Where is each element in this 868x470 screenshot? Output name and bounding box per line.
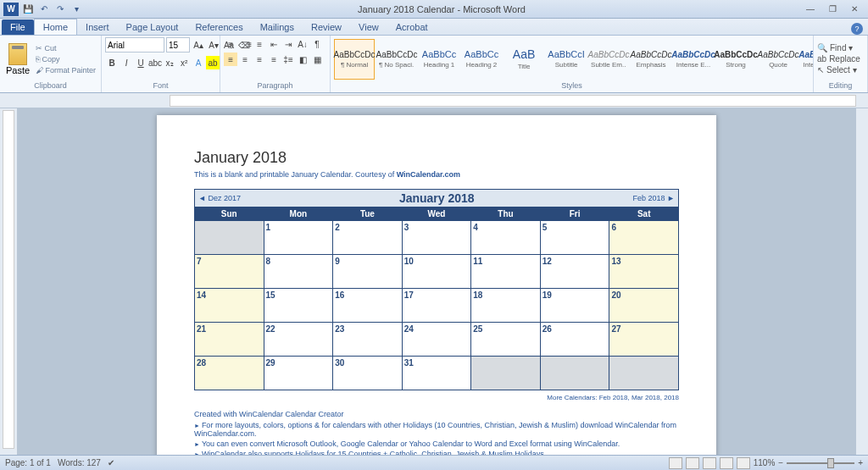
calendar-cell[interactable]: 6 xyxy=(609,221,679,255)
next-month-link[interactable]: Feb 2018 ► xyxy=(633,194,675,202)
tab-mailings[interactable]: Mailings xyxy=(252,19,303,35)
calendar-cell[interactable]: 11 xyxy=(471,255,541,289)
calendar-cell[interactable]: 3 xyxy=(402,221,471,255)
calendar-cell[interactable]: 5 xyxy=(540,221,609,255)
style-item[interactable]: AaBbCcDc¶ No Spaci... xyxy=(376,39,417,80)
qat-more-icon[interactable]: ▾ xyxy=(70,3,83,16)
calendar-cell[interactable]: 4 xyxy=(471,221,541,255)
page-viewport[interactable]: January 2018 This is a blank and printab… xyxy=(17,108,856,455)
calendar-cell[interactable]: 24 xyxy=(402,323,471,357)
calendar-cell[interactable]: 12 xyxy=(540,255,609,289)
zoom-level[interactable]: 110% xyxy=(754,458,776,467)
calendar-cell[interactable]: 27 xyxy=(609,323,679,357)
bold-button[interactable]: B xyxy=(105,56,119,69)
highlight-icon[interactable]: ab xyxy=(206,56,220,69)
more-calendars[interactable]: More Calendars: Feb 2018, Mar 2018, 2018 xyxy=(194,394,679,401)
shading-icon[interactable]: ◧ xyxy=(296,53,309,66)
tab-review[interactable]: Review xyxy=(303,19,350,35)
tab-view[interactable]: View xyxy=(350,19,387,35)
undo-icon[interactable]: ↶ xyxy=(37,3,51,16)
zoom-in-button[interactable]: + xyxy=(858,458,863,467)
calendar-cell[interactable] xyxy=(609,357,679,390)
calendar-cell[interactable]: 2 xyxy=(333,221,403,255)
style-item[interactable]: AaBbCcDc¶ Normal xyxy=(334,39,375,80)
cut-button[interactable]: ✂ Cut xyxy=(34,43,97,53)
calendar-cell[interactable]: 19 xyxy=(540,289,609,323)
proofing-icon[interactable]: ✔ xyxy=(108,458,114,467)
increase-indent-icon[interactable]: ⇥ xyxy=(281,37,295,51)
multilevel-icon[interactable]: ≡ xyxy=(253,37,266,51)
bullets-icon[interactable]: ≡ xyxy=(224,37,237,51)
numbering-icon[interactable]: ⋮≡ xyxy=(238,37,252,51)
calendar-cell[interactable]: 1 xyxy=(264,221,333,255)
vertical-ruler[interactable] xyxy=(0,108,17,455)
replace-button[interactable]: abReplace xyxy=(817,54,860,64)
superscript-button[interactable]: x² xyxy=(177,56,191,69)
calendar-cell[interactable]: 20 xyxy=(609,289,679,323)
style-item[interactable]: AaBbCcHeading 1 xyxy=(419,39,459,80)
calendar-cell[interactable]: 9 xyxy=(333,255,403,289)
style-item[interactable]: AaBbCcDcEmphasis xyxy=(631,39,671,80)
calendar-cell[interactable]: 18 xyxy=(471,289,541,323)
tab-insert[interactable]: Insert xyxy=(77,19,118,35)
style-item[interactable]: AaBbCcDcStrong xyxy=(715,39,756,80)
view-web-layout[interactable] xyxy=(703,457,716,469)
select-button[interactable]: ↖Select ▾ xyxy=(817,65,860,75)
calendar-cell[interactable]: 30 xyxy=(333,357,403,390)
created-with[interactable]: Created with WinCalendar Calendar Creato… xyxy=(194,410,679,418)
style-item[interactable]: AaBbCcISubtitle xyxy=(546,39,587,80)
font-name-select[interactable] xyxy=(105,37,164,53)
decrease-indent-icon[interactable]: ⇤ xyxy=(267,37,281,51)
calendar-cell[interactable]: 15 xyxy=(264,289,333,323)
calendar-cell[interactable]: 17 xyxy=(402,289,471,323)
calendar-cell[interactable]: 10 xyxy=(402,255,471,289)
borders-icon[interactable]: ▦ xyxy=(310,53,324,66)
wincalendar-link[interactable]: WinCalendar.com xyxy=(397,170,460,179)
status-page[interactable]: Page: 1 of 1 xyxy=(5,458,51,467)
horizontal-ruler[interactable] xyxy=(170,95,856,107)
view-outline[interactable] xyxy=(720,457,733,469)
calendar-cell[interactable]: 7 xyxy=(195,255,264,289)
status-words[interactable]: Words: 127 xyxy=(58,458,101,467)
line-spacing-icon[interactable]: ‡≡ xyxy=(281,53,295,66)
align-right-icon[interactable]: ≡ xyxy=(253,53,266,66)
tab-page-layout[interactable]: Page Layout xyxy=(118,19,187,35)
align-left-icon[interactable]: ≡ xyxy=(224,53,237,66)
calendar-cell[interactable]: 23 xyxy=(333,323,403,357)
grow-font-icon[interactable]: A▴ xyxy=(192,38,205,52)
zoom-out-button[interactable]: − xyxy=(778,458,783,467)
calendar-cell[interactable]: 14 xyxy=(195,289,264,323)
style-item[interactable]: AaBbCcHeading 2 xyxy=(461,39,502,80)
align-center-icon[interactable]: ≡ xyxy=(238,53,252,66)
justify-icon[interactable]: ≡ xyxy=(267,53,281,66)
show-marks-icon[interactable]: ¶ xyxy=(310,37,324,51)
view-draft[interactable] xyxy=(737,457,750,469)
calendar-cell[interactable] xyxy=(471,357,541,390)
calendar-cell[interactable]: 13 xyxy=(609,255,679,289)
style-item[interactable]: AaBbCcDcIntense E... xyxy=(673,39,714,80)
format-painter-button[interactable]: 🖌 Format Painter xyxy=(34,65,97,75)
redo-icon[interactable]: ↷ xyxy=(53,3,67,16)
find-button[interactable]: 🔍Find ▾ xyxy=(817,43,860,53)
prev-month-link[interactable]: ◄ Dez 2017 xyxy=(198,194,241,202)
save-icon[interactable]: 💾 xyxy=(21,3,35,16)
restore-button[interactable]: ❐ xyxy=(822,3,843,16)
style-item[interactable]: AaBTitle xyxy=(504,39,544,80)
italic-button[interactable]: I xyxy=(120,56,133,69)
calendar-cell[interactable]: 16 xyxy=(333,289,403,323)
close-button[interactable]: ✕ xyxy=(844,3,865,16)
view-print-layout[interactable] xyxy=(669,457,682,469)
sort-icon[interactable]: A↓ xyxy=(296,37,309,51)
paste-button[interactable]: Paste xyxy=(3,41,32,77)
zoom-slider[interactable] xyxy=(787,462,854,464)
calendar-cell[interactable]: 25 xyxy=(471,323,541,357)
calendar-cell[interactable]: 28 xyxy=(195,357,264,390)
tab-file[interactable]: File xyxy=(2,19,34,35)
vertical-scrollbar[interactable] xyxy=(856,108,868,455)
minimize-button[interactable]: ― xyxy=(800,3,821,16)
shrink-font-icon[interactable]: A▾ xyxy=(207,38,220,52)
text-effects-icon[interactable]: A xyxy=(192,56,205,69)
underline-button[interactable]: U xyxy=(134,56,147,69)
strike-button[interactable]: abc xyxy=(148,56,162,69)
tab-references[interactable]: References xyxy=(186,19,251,35)
